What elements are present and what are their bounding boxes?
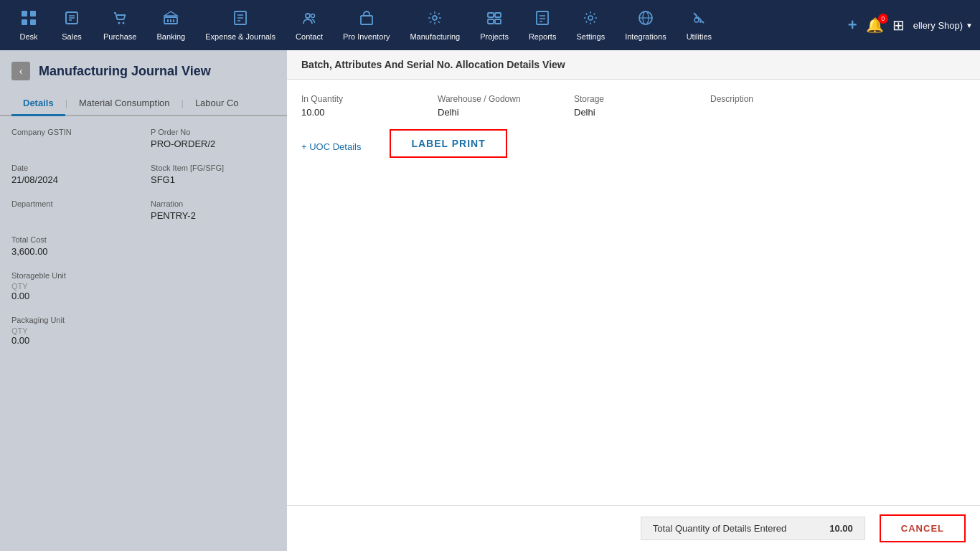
stock-item-group: Stock Item [FG/SFG] SFG1 [151,164,275,185]
svg-point-9 [123,22,125,24]
svg-rect-3 [30,19,36,25]
panel-title: Manufacturing Journal View [39,64,211,79]
settings-label: Settings [576,32,605,41]
nav-settings[interactable]: Settings [566,4,615,47]
user-menu[interactable]: ellery Shop) ▼ [913,20,973,31]
utilities-label: Utilities [687,32,712,41]
batch-info-row: In Quantity 10.00 Warehouse / Godown Del… [301,94,966,118]
user-name: ellery Shop) [913,20,963,31]
total-cost-group: Total Cost 3,600.00 [11,235,275,257]
expense-journals-label: Expense & Journals [205,32,275,41]
storage-label: Storage [574,94,682,104]
stock-item-label: Stock Item [FG/SFG] [151,164,275,172]
total-qty-label: Total Quantity of Details Entered [653,523,786,534]
tab-material-consumption[interactable]: Material Consumption [67,92,181,116]
svg-rect-13 [173,19,174,22]
in-quantity-value: 10.00 [301,107,409,118]
label-print-button[interactable]: LABEL PRINT [390,129,507,158]
uoc-label-row: + UOC Details LABEL PRINT [301,129,966,158]
p-order-no-value: PRO-ORDER/2 [151,138,275,149]
nav-reports[interactable]: Reports [519,4,567,47]
manufacturing-icon [427,10,443,29]
notifications-button[interactable]: 🔔 0 [866,17,884,34]
pro-inventory-icon [359,10,374,29]
back-button[interactable]: ‹ [11,62,30,80]
nav-contact[interactable]: Contact [286,4,333,47]
svg-rect-0 [22,11,27,17]
p-order-no-group: P Order No PRO-ORDER/2 [151,128,275,149]
date-group: Date 21/08/2024 [11,164,136,185]
packaging-unit-qty-label: QTY [11,326,275,335]
sales-icon [64,10,80,29]
description-field: Description [710,94,818,118]
nav-manufacturing[interactable]: Manufacturing [400,4,470,47]
in-quantity-field: In Quantity 10.00 [301,94,409,118]
nav-sales[interactable]: Sales [50,4,93,47]
svg-rect-25 [495,19,501,24]
storageble-unit-label: Storageble Unit [11,271,275,280]
svg-rect-26 [537,11,548,24]
storageble-unit-group: Storageble Unit QTY 0.00 [11,271,275,301]
tabs-container: Details | Material Consumption | Labour … [0,92,287,116]
packaging-unit-qty-value: 0.00 [11,335,275,346]
form-body: Company GSTIN P Order No PRO-ORDER/2 Dat… [0,116,287,372]
date-value: 21/08/2024 [11,174,136,185]
nav-right-section: + 🔔 0 ⊞ ellery Shop) ▼ [848,16,973,34]
nav-pro-inventory[interactable]: Pro Inventory [333,4,400,47]
form-row-3: Department Narration PENTRY-2 [11,199,275,221]
integrations-icon [638,10,654,29]
reports-label: Reports [529,32,557,41]
form-row-1: Company GSTIN P Order No PRO-ORDER/2 [11,128,275,149]
purchase-label: Purchase [103,32,136,41]
nav-utilities[interactable]: Utilities [677,4,722,47]
uoc-details-link[interactable]: + UOC Details [301,141,361,152]
company-gstin-group: Company GSTIN [11,128,136,149]
tab-labour-co[interactable]: Labour Co [184,92,250,116]
svg-rect-22 [488,13,494,17]
batch-content: In Quantity 10.00 Warehouse / Godown Del… [287,80,980,505]
svg-point-18 [306,14,310,18]
nav-integrations[interactable]: Integrations [615,4,676,47]
department-group: Department [11,199,136,221]
nav-banking[interactable]: Banking [146,4,195,47]
form-row-6: Packaging Unit QTY 0.00 [11,316,275,346]
grid-view-button[interactable]: ⊞ [892,17,905,34]
nav-desk[interactable]: Desk [7,4,50,47]
chevron-down-icon: ▼ [966,22,973,29]
nav-projects[interactable]: Projects [470,4,519,47]
total-qty-value: 10.00 [829,523,853,534]
svg-rect-24 [488,19,494,24]
form-row-5: Storageble Unit QTY 0.00 [11,271,275,301]
warehouse-value: Delhi [438,107,545,118]
form-row-4: Total Cost 3,600.00 [11,235,275,257]
narration-label: Narration [151,199,275,208]
settings-icon [583,10,598,29]
storage-field: Storage Delhi [574,94,682,118]
pro-inventory-label: Pro Inventory [343,32,390,41]
contact-icon [301,10,317,29]
top-navigation: Desk Sales Purchase [0,0,980,50]
desk-icon [21,10,37,29]
contact-label: Contact [296,32,323,41]
purchase-icon [112,10,128,29]
svg-rect-2 [22,19,27,25]
nav-expense-journals[interactable]: Expense & Journals [195,4,286,47]
storage-value: Delhi [574,107,682,118]
manufacturing-label: Manufacturing [410,32,460,41]
notification-badge: 0 [878,14,888,24]
bottom-bar: Total Quantity of Details Entered 10.00 … [287,505,980,551]
svg-point-8 [118,22,121,24]
total-qty-section: Total Quantity of Details Entered 10.00 [641,517,865,540]
desk-label: Desk [19,32,37,41]
banking-label: Banking [156,32,185,41]
company-gstin-label: Company GSTIN [11,128,136,136]
add-button[interactable]: + [848,16,857,34]
integrations-label: Integrations [625,32,666,41]
svg-point-34 [694,18,699,22]
stock-item-value: SFG1 [151,174,275,185]
cancel-button[interactable]: CANCEL [880,514,966,542]
tab-details[interactable]: Details [11,92,65,116]
nav-purchase[interactable]: Purchase [93,4,146,47]
panel-header: ‹ Manufacturing Journal View [0,50,287,92]
in-quantity-label: In Quantity [301,94,409,104]
